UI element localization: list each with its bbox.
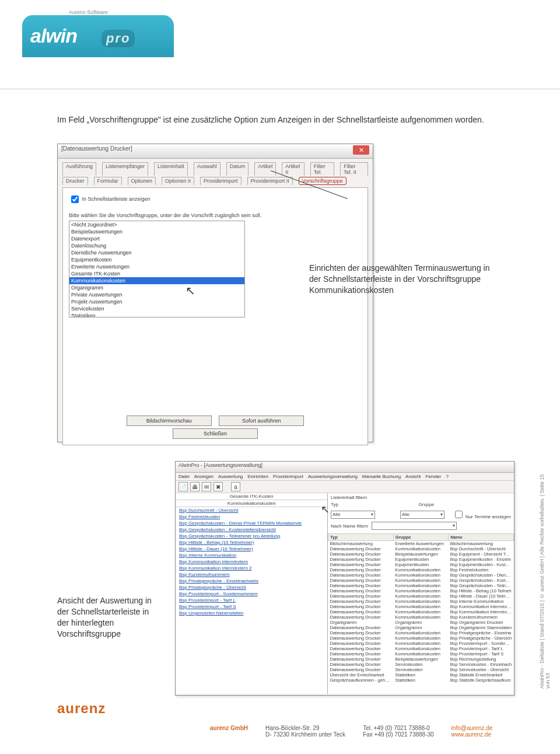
dialog-tab[interactable]: Ausführung bbox=[62, 162, 96, 176]
dialog-tab[interactable]: Datum bbox=[226, 162, 249, 176]
close-button[interactable]: Schließen bbox=[173, 428, 258, 439]
toolbar-icon[interactable]: 🖶 bbox=[190, 482, 200, 491]
table-row[interactable]: Datenauswertung DruckerKommunikationskos… bbox=[328, 546, 514, 551]
toolbar-icon[interactable]: 📄 bbox=[178, 482, 188, 491]
menu-item[interactable]: Auswertungsverwaltung bbox=[308, 474, 358, 479]
dialog-tab[interactable]: Drucker bbox=[62, 177, 88, 185]
table-row[interactable]: Datenauswertung DruckerEquipmentkostenBs… bbox=[328, 557, 514, 562]
quicklaunch-link[interactable]: Bsp Interne Kommunikation bbox=[176, 552, 327, 558]
table-row[interactable]: OrganigrammOrganigrammBsp Organigramm Dr… bbox=[328, 620, 514, 625]
table-row[interactable]: Datenauswertung DruckerBeispielauswertun… bbox=[328, 551, 514, 557]
quicklaunch-link[interactable]: Bsp Durchschnitt - Übersicht bbox=[176, 507, 327, 514]
menu-item[interactable]: Auswertung bbox=[218, 474, 243, 479]
table-row[interactable]: Datenauswertung DruckerKommunikationskos… bbox=[328, 599, 514, 604]
list-item[interactable]: Statistiken bbox=[69, 312, 244, 317]
close-icon[interactable]: ✕ bbox=[353, 145, 369, 155]
dialog-tab[interactable]: Providerimport II bbox=[247, 177, 293, 185]
toolbar-icon[interactable]: ✉ bbox=[202, 482, 211, 491]
table-row[interactable]: BildschirmauswertungErweiterte Auswertun… bbox=[328, 541, 514, 547]
menu-item[interactable]: ? bbox=[446, 474, 448, 479]
show-in-quicklaunch-checkbox[interactable]: In Schnellstartleiste anzeigen bbox=[69, 194, 150, 205]
table-row[interactable]: Datenauswertung DruckerKommunikationskos… bbox=[328, 604, 514, 609]
list-item[interactable]: Dienstliche Auswertungen bbox=[69, 249, 244, 256]
list-item[interactable]: Projekt Auswertungen bbox=[69, 298, 244, 305]
toolbar-icon[interactable]: ✖ bbox=[214, 482, 223, 491]
list-item[interactable]: Beispielauswertungen bbox=[69, 228, 244, 235]
results-table[interactable]: TypGruppeNameBildschirmauswertungErweite… bbox=[328, 533, 514, 683]
quicklaunch-link[interactable]: Bsp Privatgespräche - Einzelnachweis bbox=[176, 578, 327, 584]
table-row[interactable]: Datenauswertung DruckerServicekostenBsp … bbox=[328, 662, 514, 667]
quicklaunch-link[interactable]: Bsp Providerimport - Sondernummern bbox=[176, 591, 327, 597]
dialog-tab[interactable]: Formular bbox=[94, 177, 122, 185]
dialog-tab[interactable]: Filter Tel. bbox=[310, 162, 335, 176]
quicklaunch-link[interactable]: Bsp Hitliste - Betrag (10 Teilnehmer) bbox=[176, 539, 327, 546]
quicklaunch-link[interactable]: Bsp Gesprächskosten - Teilnehmer pro Abt… bbox=[176, 533, 327, 539]
menu-item[interactable]: Manuelle Buchung bbox=[362, 474, 401, 479]
menu-item[interactable]: Providerimport bbox=[273, 474, 303, 479]
name-filter-input[interactable] bbox=[372, 522, 457, 530]
table-row[interactable]: Datenauswertung DruckerOrganigrammBsp Or… bbox=[328, 625, 514, 630]
list-item[interactable]: Servicekosten bbox=[69, 305, 244, 312]
list-item[interactable]: Private Auswertungen bbox=[69, 291, 244, 298]
quicklaunch-link[interactable]: Bsp Providerimport - Tarif L bbox=[176, 597, 327, 603]
dialog-tab[interactable]: Artikel II bbox=[282, 162, 304, 176]
run-button[interactable]: Sofort ausführen bbox=[219, 416, 304, 426]
table-row[interactable]: Datenauswertung DruckerKommunikationskos… bbox=[328, 641, 514, 646]
table-row[interactable]: Übersicht der ErreichbarkeitStatistikenB… bbox=[328, 672, 514, 678]
group-listbox[interactable]: <Nicht zugeordnet>BeispielauswertungenDa… bbox=[69, 221, 245, 317]
table-row[interactable]: Datenauswertung DruckerKommunikationskos… bbox=[328, 636, 514, 641]
dialog-tab[interactable]: Optionen bbox=[128, 177, 156, 185]
list-item[interactable]: Datenexport bbox=[69, 235, 244, 242]
quicklaunch-link[interactable]: Bsp Providerimport - Tarif S bbox=[176, 603, 327, 610]
only-termine-checkbox[interactable]: Nur Termine anzeigen bbox=[453, 509, 511, 520]
table-row[interactable]: Datenauswertung DruckerKommunikationskos… bbox=[328, 583, 514, 588]
dialog-tab[interactable]: Auswahl bbox=[194, 162, 220, 176]
quicklaunch-link[interactable]: Bsp Hitliste - Dauer (10 Teilnehmer) bbox=[176, 546, 327, 552]
table-header[interactable]: Typ bbox=[328, 534, 394, 541]
menu-item[interactable]: Einrichten bbox=[247, 474, 268, 479]
quicklaunch-link[interactable]: Bsp Gesprächskosten - Kostenstellenübers… bbox=[176, 526, 327, 533]
table-row[interactable]: Datenauswertung DruckerKommunikationskos… bbox=[328, 594, 514, 599]
table-row[interactable]: Datenauswertung DruckerKommunikationskos… bbox=[328, 588, 514, 594]
table-row[interactable]: Datenauswertung DruckerBeispielauswertun… bbox=[328, 657, 514, 662]
list-item[interactable]: Gesamte ITK-Kosten bbox=[69, 270, 244, 277]
table-header[interactable]: Name bbox=[449, 534, 514, 541]
dialog-tab[interactable]: Artikel bbox=[254, 162, 276, 176]
preview-button[interactable]: Bildschirmvorschau bbox=[127, 416, 212, 426]
menu-item[interactable]: Datei bbox=[178, 474, 190, 479]
gruppe-select[interactable]: Alle bbox=[400, 511, 444, 519]
table-row[interactable]: Datenauswertung DruckerKommunikationskos… bbox=[328, 609, 514, 615]
quicklaunch-link[interactable]: Bsp Kommunikation intern/extern 2 bbox=[176, 565, 327, 571]
table-row[interactable]: Datenauswertung DruckerKommunikationskos… bbox=[328, 578, 514, 583]
dialog-tab[interactable]: Listenempfänger bbox=[102, 162, 148, 176]
list-item[interactable]: Equipmentkosten bbox=[69, 256, 244, 263]
quicklaunch-link[interactable]: Bsp Festnetzkosten bbox=[176, 514, 327, 520]
dialog-tab[interactable]: Providerimport bbox=[200, 177, 242, 185]
menu-item[interactable]: Fenster bbox=[425, 474, 441, 479]
list-item[interactable]: Organigramm bbox=[69, 284, 244, 291]
quicklaunch-link[interactable]: Bsp Gesprächskosten - Dienst-Privat TERM… bbox=[176, 520, 327, 526]
table-row[interactable]: Datenauswertung DruckerKommunikationskos… bbox=[328, 646, 514, 651]
dialog-tab[interactable]: Filter Tel. II bbox=[340, 162, 368, 176]
table-header[interactable]: Gruppe bbox=[393, 534, 448, 541]
table-row[interactable]: Datenauswertung DruckerKommunikationskos… bbox=[328, 630, 514, 636]
dialog-tab[interactable]: Listeninhalt bbox=[154, 162, 188, 176]
quicklaunch-link[interactable]: Bsp Ungenutzten Nebenstellen bbox=[176, 610, 327, 616]
table-row[interactable]: Gesprächsaufkommen - gehend & kommendSta… bbox=[328, 678, 514, 683]
list-item[interactable]: Datenlöschung bbox=[69, 242, 244, 249]
table-row[interactable]: Datenauswertung DruckerKommunikationskos… bbox=[328, 615, 514, 620]
quicklaunch-link[interactable]: Bsp Privatgespräche - Übersicht bbox=[176, 584, 327, 591]
table-row[interactable]: Datenauswertung DruckerKommunikationskos… bbox=[328, 573, 514, 578]
dialog-tab[interactable]: Optionen II bbox=[162, 177, 194, 185]
table-row[interactable]: Datenauswertung DruckerKommunikationskos… bbox=[328, 651, 514, 657]
list-item[interactable]: Kommunikationskosten bbox=[69, 277, 244, 284]
quicklaunch-link[interactable]: Bsp Kommunikation intern/extern bbox=[176, 558, 327, 565]
menu-item[interactable]: Anzeigen bbox=[194, 474, 214, 479]
list-item[interactable]: <Nicht zugeordnet> bbox=[69, 221, 244, 228]
list-item[interactable]: Erweiterte Auswertungen bbox=[69, 263, 244, 270]
menu-item[interactable]: Ansicht bbox=[405, 474, 421, 479]
toolbar-icon[interactable]: a bbox=[231, 482, 240, 491]
table-row[interactable]: Datenauswertung DruckerKommunikationskos… bbox=[328, 567, 514, 573]
table-row[interactable]: Datenauswertung DruckerServicekostenBsp … bbox=[328, 667, 514, 672]
quicklaunch-link[interactable]: Bsp Kundenrufnummern bbox=[176, 571, 327, 578]
